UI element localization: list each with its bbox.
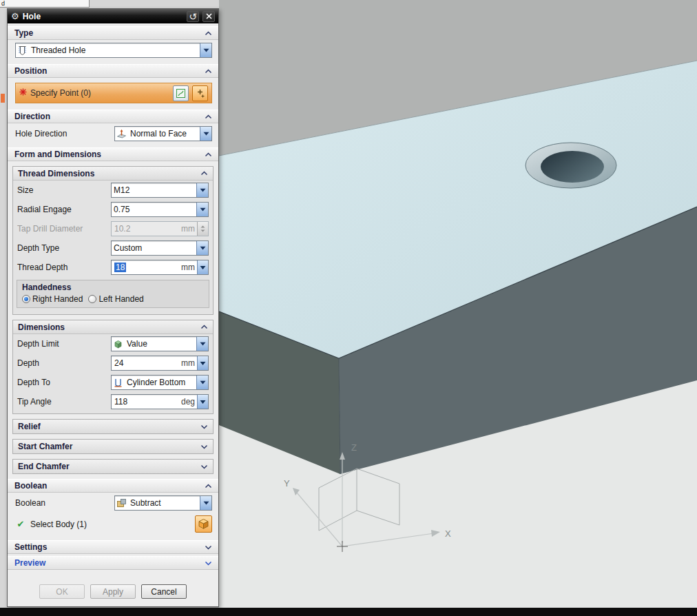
left-handed-radio[interactable]: Left Handed bbox=[88, 294, 143, 304]
dropdown-arrow-icon[interactable] bbox=[196, 241, 208, 255]
depth-row: Depth 24 mm bbox=[13, 353, 213, 373]
background-window-fragment: d bbox=[0, 0, 90, 8]
dropdown-arrow-icon[interactable] bbox=[196, 337, 208, 351]
normal-to-face-icon bbox=[115, 129, 128, 139]
right-handed-radio[interactable]: Right Handed bbox=[22, 294, 83, 304]
thread-depth-field[interactable]: 18 mm bbox=[111, 260, 209, 275]
section-settings-header[interactable]: Settings bbox=[8, 540, 218, 554]
gear-icon: ⚙ bbox=[11, 12, 19, 21]
chevron-down-icon[interactable] bbox=[200, 444, 208, 449]
sketch-icon bbox=[176, 88, 186, 99]
section-title: Preview bbox=[14, 558, 45, 568]
tip-angle-value[interactable]: 118 bbox=[112, 397, 181, 407]
dialog-titlebar[interactable]: ⚙ Hole ↺ bbox=[8, 9, 218, 23]
boolean-combo[interactable]: Subtract bbox=[114, 495, 212, 511]
section-title: Direction bbox=[14, 112, 50, 121]
reset-button[interactable]: ↺ bbox=[187, 11, 199, 22]
dropdown-arrow-icon[interactable] bbox=[200, 127, 211, 141]
section-boolean-header[interactable]: Boolean bbox=[8, 479, 218, 493]
dimensions-group: Dimensions Depth Limit Value bbox=[12, 320, 214, 414]
ok-button[interactable]: OK bbox=[39, 584, 85, 599]
left-handed-label: Left Handed bbox=[98, 294, 143, 304]
end-chamfer-header[interactable]: End Chamfer bbox=[13, 460, 213, 473]
close-button[interactable] bbox=[202, 11, 215, 22]
section-title: Boolean bbox=[14, 481, 47, 491]
point-dialog-button[interactable] bbox=[192, 85, 208, 101]
depth-type-label: Depth Type bbox=[17, 243, 108, 253]
section-preview-header[interactable]: Preview bbox=[8, 556, 218, 570]
radial-engage-combo[interactable]: 0.75 bbox=[111, 202, 209, 217]
hole-direction-combo[interactable]: Normal to Face bbox=[114, 126, 212, 141]
tap-drill-row: Tap Drill Diameter 10.2 mm bbox=[13, 219, 213, 238]
check-icon: ✔ bbox=[15, 519, 26, 529]
chevron-down-icon[interactable] bbox=[205, 561, 212, 566]
chevron-up-icon[interactable] bbox=[205, 114, 212, 119]
dimensions-header[interactable]: Dimensions bbox=[13, 320, 213, 334]
chevron-up-icon[interactable] bbox=[205, 152, 212, 157]
depth-to-combo[interactable]: Cylinder Bottom bbox=[111, 375, 209, 390]
tap-drill-value: 10.2 bbox=[112, 224, 181, 234]
start-chamfer-header[interactable]: Start Chamfer bbox=[13, 440, 213, 453]
depth-to-label: Depth To bbox=[17, 378, 108, 387]
dropdown-arrow-icon[interactable] bbox=[200, 43, 211, 57]
size-combo[interactable]: M12 bbox=[111, 183, 209, 198]
dropdown-arrow-icon[interactable] bbox=[200, 496, 211, 510]
radial-engage-label: Radial Engage bbox=[17, 205, 108, 214]
dropdown-arrow-icon[interactable] bbox=[196, 376, 208, 389]
depth-type-combo[interactable]: Custom bbox=[111, 240, 209, 256]
chevron-down-icon[interactable] bbox=[200, 424, 208, 429]
radio-selected-icon bbox=[22, 295, 30, 303]
graphics-viewport[interactable]: Z X Y bbox=[219, 0, 697, 608]
taskbar bbox=[0, 608, 697, 616]
select-body-button[interactable] bbox=[195, 515, 212, 533]
chevron-down-icon[interactable] bbox=[205, 545, 212, 550]
hole-direction-label: Hole Direction bbox=[15, 129, 110, 138]
chevron-up-icon[interactable] bbox=[200, 171, 208, 176]
cylinder-bottom-icon bbox=[112, 378, 125, 388]
value-options-button[interactable] bbox=[197, 395, 208, 409]
section-type-header[interactable]: Type bbox=[8, 26, 218, 40]
fragment-text: d bbox=[1, 0, 5, 7]
depth-limit-label: Depth Limit bbox=[17, 339, 108, 349]
size-value: M12 bbox=[112, 185, 196, 195]
specify-point-label: Specify Point (0) bbox=[30, 88, 169, 98]
thread-dimensions-header[interactable]: Thread Dimensions bbox=[13, 167, 213, 181]
chevron-up-icon[interactable] bbox=[205, 484, 212, 489]
size-label: Size bbox=[17, 185, 108, 195]
cube-icon bbox=[198, 518, 209, 530]
section-title: Form and Dimensions bbox=[14, 150, 101, 159]
apply-button[interactable]: Apply bbox=[90, 584, 136, 599]
dropdown-arrow-icon[interactable] bbox=[196, 183, 208, 197]
tap-drill-label: Tap Drill Diameter bbox=[17, 224, 108, 234]
cancel-button[interactable]: Cancel bbox=[141, 584, 187, 599]
application-window: d bbox=[0, 0, 697, 616]
hole-bore[interactable] bbox=[541, 151, 604, 183]
section-form-header[interactable]: Form and Dimensions bbox=[8, 147, 218, 161]
chevron-up-icon[interactable] bbox=[205, 31, 212, 36]
hole-dialog: ⚙ Hole ↺ Type Threaded Hole bbox=[7, 8, 219, 607]
chevron-down-icon[interactable] bbox=[200, 464, 208, 469]
dialog-body: Type Threaded Hole Position bbox=[8, 23, 218, 606]
chevron-up-icon[interactable] bbox=[200, 325, 208, 329]
section-direction-header[interactable]: Direction bbox=[8, 110, 218, 123]
value-options-button[interactable] bbox=[197, 260, 208, 274]
sketch-section-button[interactable] bbox=[173, 85, 189, 101]
boolean-row: Boolean Subtract bbox=[8, 493, 218, 512]
depth-to-value: Cylinder Bottom bbox=[125, 378, 196, 387]
specify-point-row[interactable]: Specify Point (0) bbox=[15, 83, 212, 103]
value-options-button[interactable] bbox=[197, 356, 208, 370]
depth-type-value: Custom bbox=[112, 243, 196, 253]
hole-type-value: Threaded Hole bbox=[29, 45, 200, 55]
relief-header[interactable]: Relief bbox=[13, 420, 213, 433]
chevron-up-icon[interactable] bbox=[205, 69, 212, 74]
tip-angle-field[interactable]: 118 deg bbox=[111, 394, 209, 409]
depth-value[interactable]: 24 bbox=[112, 358, 181, 368]
depth-field[interactable]: 24 mm bbox=[111, 356, 209, 371]
thread-depth-value[interactable]: 18 bbox=[114, 263, 126, 272]
section-position-header[interactable]: Position bbox=[8, 64, 218, 78]
group-title: Thread Dimensions bbox=[18, 169, 94, 178]
depth-limit-combo[interactable]: Value bbox=[111, 336, 209, 351]
hole-type-combo[interactable]: Threaded Hole bbox=[15, 43, 212, 58]
dropdown-arrow-icon[interactable] bbox=[196, 203, 208, 216]
thread-dimensions-body: Size M12 Radial Engage 0.75 bbox=[13, 181, 213, 314]
